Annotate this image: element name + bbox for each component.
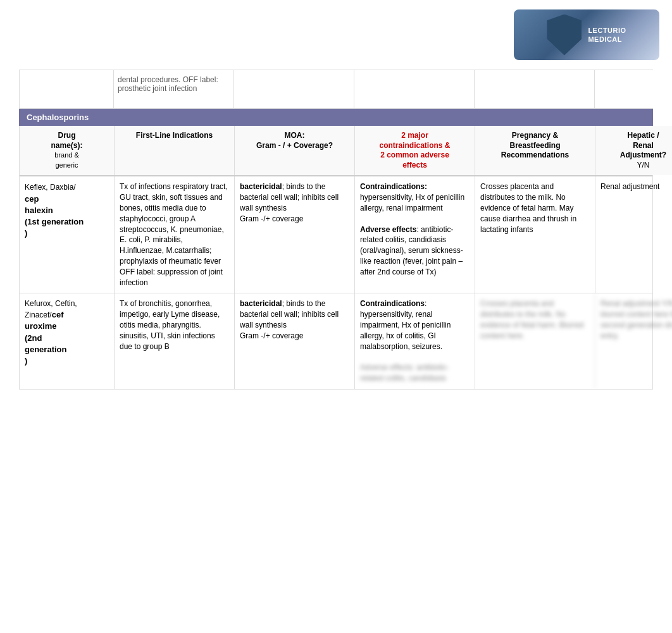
- indications-cell-1: Tx of infections respiratory tract, GU t…: [115, 176, 235, 293]
- renal-cell-2: Renal adjustment Y/N blurred content her…: [595, 293, 672, 388]
- moa-cell-2: bactericidal; binds to the bacterial cel…: [235, 293, 355, 388]
- col-header-moa: MOA:Gram - / + Coverage?: [235, 126, 355, 175]
- adverse-label-1: Adverse effects: [360, 225, 416, 234]
- prev-cell-4: [354, 70, 475, 108]
- col-drug-line1: Drugname(s):brand &generic: [51, 131, 82, 169]
- contraindications-cell-2: Contraindications: hypersensitivity, ren…: [355, 293, 475, 388]
- section-label: Cephalosporins: [27, 113, 89, 122]
- moa-bold-2: bactericidal: [240, 299, 282, 308]
- drug-name-cell-2: Kefurox, Ceftin, Zinacef/cefuroxime(2ndg…: [20, 293, 115, 388]
- section-header: Cephalosporins: [19, 109, 653, 126]
- adverse-blurred-2: Adverse effects: antibiotic-related coli…: [360, 363, 449, 383]
- contraindications-label-2: Contraindications: [360, 299, 425, 308]
- drug-table: Drugname(s):brand &generic First-Line In…: [19, 126, 653, 390]
- previous-row: dental procedures. OFF label: prosthetic…: [19, 70, 653, 109]
- contraindications-cell-1: Contraindications: hypersensitivity, Hx …: [355, 176, 475, 293]
- drug-brand-1: Keflex, Daxbia/: [25, 183, 76, 192]
- pregnancy-cell-1: Crosses placenta and distributes to the …: [475, 176, 595, 293]
- drug-name-cell-1: Keflex, Daxbia/cephalexin(1st generation…: [20, 176, 115, 293]
- prev-cell-1: [19, 70, 114, 108]
- logo-line-2: MEDICAL: [588, 35, 626, 44]
- prev-cell-3: [234, 70, 354, 108]
- prev-cell-2: dental procedures. OFF label: prosthetic…: [114, 70, 234, 108]
- prev-cell-5: [475, 70, 595, 108]
- contraindications-label-1: Contraindications:: [360, 182, 427, 191]
- moa-bold-1: bactericidal: [240, 182, 282, 191]
- logo-line-1: LECTURIO: [588, 26, 626, 35]
- col-header-contraindications: 2 majorcontraindications &2 common adver…: [355, 126, 475, 175]
- table-row: Keflex, Daxbia/cephalexin(1st generation…: [20, 176, 652, 293]
- logo-area: LECTURIO MEDICAL: [0, 0, 672, 70]
- prev-cell-6: [595, 70, 672, 108]
- table-row: Kefurox, Ceftin, Zinacef/cefuroxime(2ndg…: [20, 293, 652, 389]
- drug-brand-2: Kefurox, Ceftin, Zinacef/: [25, 299, 77, 319]
- indications-cell-2: Tx of bronchitis, gonorrhea, impetigo, e…: [115, 293, 235, 388]
- column-headers: Drugname(s):brand &generic First-Line In…: [20, 126, 652, 176]
- shield-icon: [547, 15, 582, 56]
- col-header-drug: Drugname(s):brand &generic: [20, 126, 115, 175]
- moa-cell-1: bactericidal; binds to the bacterial cel…: [235, 176, 355, 293]
- logo: LECTURIO MEDICAL: [514, 9, 659, 60]
- col-indications-label: First-Line Indications: [136, 131, 213, 140]
- col-header-renal: Hepatic /RenalAdjustment?Y/N: [595, 126, 672, 175]
- col-header-indications: First-Line Indications: [115, 126, 235, 175]
- drug-generic-1: cephalexin(1st generation): [25, 194, 84, 238]
- pregnancy-cell-2: Crosses placenta and distributes to the …: [475, 293, 595, 388]
- logo-text: LECTURIO MEDICAL: [588, 26, 626, 44]
- col-header-pregnancy: Pregnancy &BreastfeedingRecommendations: [475, 126, 595, 175]
- renal-cell-1: Renal adjustment: [595, 176, 672, 293]
